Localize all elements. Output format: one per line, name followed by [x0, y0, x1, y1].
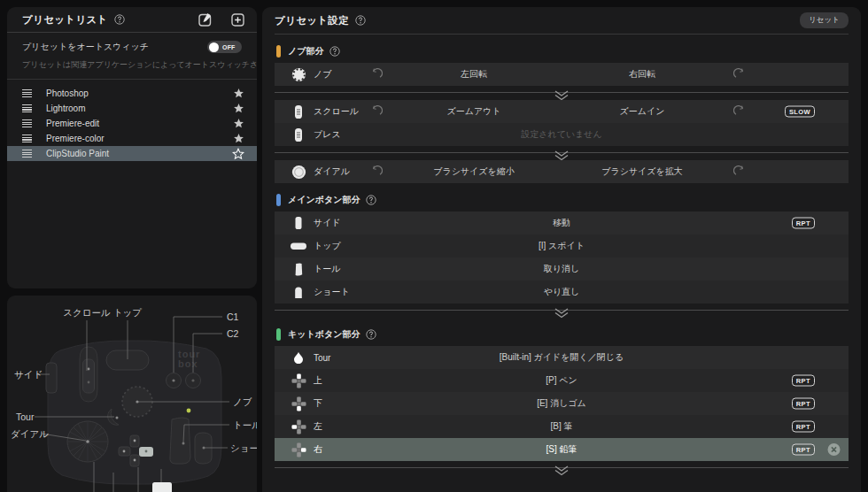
star-icon[interactable]	[233, 103, 244, 114]
label-side: サイド	[14, 369, 43, 380]
control-group: ノブ左回転右回転	[275, 63, 849, 86]
import-preset-icon[interactable]	[198, 12, 213, 27]
mapping-row-トール[interactable]: トール取り消し	[275, 258, 849, 281]
preset-item-premiere-color[interactable]: Premiere-color	[7, 131, 257, 146]
short-icon	[283, 286, 314, 299]
device-side-button[interactable]	[46, 363, 57, 393]
autoswitch-description: プリセットは関連アプリケーションによってオートスウィッチされます。	[7, 55, 257, 80]
mapping-row-下[interactable]: 下[E] 消しゴムRPT	[275, 392, 849, 415]
reset-button[interactable]: リセット	[800, 12, 849, 28]
drag-handle-icon[interactable]	[22, 89, 32, 97]
drag-handle-icon[interactable]	[22, 104, 32, 112]
action-right[interactable]: ブラシサイズを拡大	[558, 165, 726, 178]
control-label: 右	[314, 443, 363, 456]
expand-divider[interactable]	[275, 146, 849, 160]
tour-icon	[283, 351, 314, 364]
action-right[interactable]: 右回転	[558, 68, 726, 81]
badge-rpt: RPT	[792, 398, 815, 410]
device-diagram: tour box	[7, 296, 257, 492]
badge-rpt: RPT	[792, 421, 815, 433]
action-right[interactable]: ズームイン	[558, 105, 726, 118]
knob-icon	[283, 67, 314, 82]
mapping-row-スクロール[interactable]: スクロールズームアウトズームインSLOW	[275, 100, 849, 123]
device-scroll-wheel[interactable]	[83, 359, 95, 393]
help-icon[interactable]	[355, 15, 366, 26]
scroll-icon	[283, 104, 314, 119]
help-icon[interactable]	[329, 46, 340, 57]
control-label: スクロール	[314, 105, 363, 118]
section-color-pill	[276, 194, 281, 206]
preset-name: Lightroom	[46, 104, 85, 113]
settings-sections: ノブ部分ノブ左回転右回転スクロールズームアウトズームインSLOWプレス設定されて…	[275, 44, 849, 475]
label-tour: Tour	[16, 411, 35, 422]
preset-name: Photoshop	[46, 88, 89, 98]
star-icon[interactable]	[232, 148, 244, 160]
mapping-row-Tour[interactable]: Tour[Built-in] ガイドを開く／閉じる	[275, 346, 849, 369]
preset-list-panel: プリセットリスト プリセットをオートスウィッチ OFF プリセットは関連アプリケ…	[7, 7, 257, 288]
scroll-icon	[283, 127, 314, 142]
dpad-right-icon	[283, 442, 314, 457]
preset-item-premiere-edit[interactable]: Premiere-edit	[7, 116, 257, 131]
preset-list-title: プリセットリスト	[22, 13, 108, 27]
star-icon[interactable]	[233, 88, 244, 99]
settings-title: プリセット設定	[275, 14, 349, 27]
help-icon[interactable]	[366, 329, 376, 340]
mapping-row-ノブ[interactable]: ノブ左回転右回転	[275, 63, 849, 86]
control-group: サイド移動RPTトップ[I] スポイトトール取り消しショートやり直し	[275, 211, 849, 304]
mapping-row-右[interactable]: 右[S] 鉛筆RPT	[275, 438, 849, 461]
section-header-メインボタン部分: メインボタン部分	[276, 193, 849, 207]
expand-divider[interactable]	[275, 304, 849, 318]
preset-settings-panel: プリセット設定 リセット ノブ部分ノブ左回転右回転スクロールズームアウトズームイ…	[262, 7, 861, 492]
mapping-row-ダイアル[interactable]: ダイアルブラシサイズを縮小ブラシサイズを拡大	[275, 160, 849, 183]
toggle-state-label: OFF	[222, 44, 236, 50]
control-label: 上	[314, 374, 363, 387]
expand-divider[interactable]	[275, 461, 849, 475]
control-group: スクロールズームアウトズームインSLOWプレス設定されていません	[275, 100, 849, 146]
label-tall: トール	[233, 419, 257, 430]
device-logo2: box	[178, 358, 198, 369]
label-scroll: スクロール	[63, 307, 111, 318]
badge-slow: SLOW	[785, 106, 815, 118]
star-icon[interactable]	[233, 133, 244, 144]
expand-divider[interactable]	[275, 86, 849, 100]
mapping-row-プレス[interactable]: プレス設定されていません	[275, 123, 849, 146]
drag-handle-icon[interactable]	[22, 135, 32, 142]
mapping-row-上[interactable]: 上[P] ペンRPT	[275, 369, 849, 392]
rotate-ccw-icon	[363, 68, 390, 81]
side-icon	[283, 216, 314, 230]
autoswitch-label: プリセットをオートスウィッチ	[22, 41, 149, 53]
tall-icon	[283, 262, 314, 277]
preset-item-lightroom[interactable]: Lightroom	[7, 101, 257, 116]
clear-mapping-icon[interactable]	[827, 443, 841, 457]
add-preset-icon[interactable]	[231, 13, 244, 27]
label-knob: ノブ	[233, 396, 252, 407]
drag-handle-icon[interactable]	[22, 119, 32, 127]
mapping-row-トップ[interactable]: トップ[I] スポイト	[275, 234, 849, 258]
action-left[interactable]: ブラシサイズを縮小	[390, 165, 558, 178]
help-icon[interactable]	[114, 14, 125, 25]
label-c2: C2	[227, 328, 239, 339]
drag-handle-icon[interactable]	[22, 150, 32, 158]
rotate-cw-icon	[726, 165, 753, 178]
preset-list: PhotoshopLightroomPremiere-editPremiere-…	[7, 80, 257, 161]
mapping-row-ショート[interactable]: ショートやり直し	[275, 281, 849, 304]
autoswitch-toggle[interactable]: OFF	[207, 41, 242, 53]
section-color-pill	[276, 328, 281, 341]
control-label: ノブ	[314, 68, 363, 81]
help-icon[interactable]	[366, 195, 376, 205]
control-label: トール	[314, 263, 363, 275]
control-label: ショート	[314, 286, 363, 298]
mapping-row-左[interactable]: 左[B] 筆RPT	[275, 415, 849, 438]
section-label: ノブ部分	[288, 45, 323, 58]
chevron-down-icon	[554, 306, 569, 322]
mapping-row-サイド[interactable]: サイド移動RPT	[275, 211, 849, 234]
action-left[interactable]: ズームアウト	[390, 105, 558, 118]
preset-item-photoshop[interactable]: Photoshop	[7, 86, 257, 101]
action-left[interactable]: 左回転	[390, 68, 558, 81]
rotate-ccw-icon	[363, 165, 390, 178]
toggle-knob-icon	[209, 42, 219, 52]
preset-item-clipstudio-paint[interactable]: ClipStudio Paint	[7, 146, 257, 161]
section-header-キットボタン部分: キットボタン部分	[276, 327, 849, 342]
star-icon[interactable]	[233, 118, 244, 129]
section-header-ノブ部分: ノブ部分	[276, 44, 849, 58]
